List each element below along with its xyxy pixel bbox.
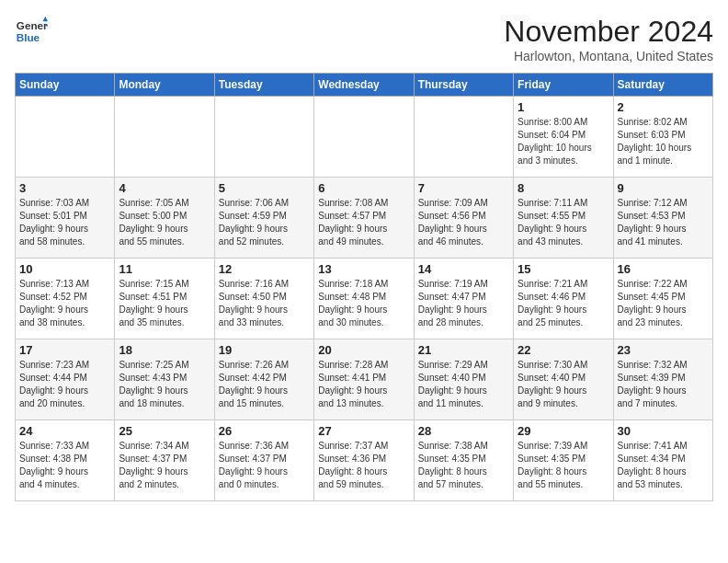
day-info: Sunrise: 7:09 AM Sunset: 4:56 PM Dayligh… xyxy=(418,197,509,248)
day-info: Sunrise: 7:18 AM Sunset: 4:48 PM Dayligh… xyxy=(318,278,409,329)
calendar-cell: 25Sunrise: 7:34 AM Sunset: 4:37 PM Dayli… xyxy=(115,420,214,501)
calendar-cell: 28Sunrise: 7:38 AM Sunset: 4:35 PM Dayli… xyxy=(414,420,513,501)
calendar-cell xyxy=(16,97,115,178)
calendar-cell: 24Sunrise: 7:33 AM Sunset: 4:38 PM Dayli… xyxy=(16,420,115,501)
day-number: 21 xyxy=(418,343,509,357)
calendar-cell: 29Sunrise: 7:39 AM Sunset: 4:35 PM Dayli… xyxy=(514,420,613,501)
calendar-week-row: 1Sunrise: 8:00 AM Sunset: 6:04 PM Daylig… xyxy=(16,97,713,178)
calendar-cell xyxy=(414,97,513,178)
day-number: 22 xyxy=(518,343,609,357)
calendar-table: SundayMondayTuesdayWednesdayThursdayFrid… xyxy=(15,73,713,501)
calendar-cell: 9Sunrise: 7:12 AM Sunset: 4:53 PM Daylig… xyxy=(613,178,712,259)
day-number: 14 xyxy=(418,262,509,276)
day-info: Sunrise: 7:36 AM Sunset: 4:37 PM Dayligh… xyxy=(219,440,310,491)
title-block: November 2024 Harlowton, Montana, United… xyxy=(504,15,713,63)
location: Harlowton, Montana, United States xyxy=(504,49,713,63)
day-number: 15 xyxy=(518,262,609,276)
calendar-cell: 15Sunrise: 7:21 AM Sunset: 4:46 PM Dayli… xyxy=(514,259,613,339)
day-number: 25 xyxy=(119,424,210,438)
day-info: Sunrise: 7:25 AM Sunset: 4:43 PM Dayligh… xyxy=(119,359,210,410)
day-number: 6 xyxy=(318,181,409,195)
calendar-cell: 2Sunrise: 8:02 AM Sunset: 6:03 PM Daylig… xyxy=(613,97,712,178)
day-info: Sunrise: 7:16 AM Sunset: 4:50 PM Dayligh… xyxy=(219,278,310,329)
day-info: Sunrise: 7:37 AM Sunset: 4:36 PM Dayligh… xyxy=(318,440,409,491)
calendar-week-row: 10Sunrise: 7:13 AM Sunset: 4:52 PM Dayli… xyxy=(16,259,713,339)
weekday-header: Thursday xyxy=(414,74,513,97)
calendar-cell: 17Sunrise: 7:23 AM Sunset: 4:44 PM Dayli… xyxy=(16,339,115,420)
calendar-cell: 7Sunrise: 7:09 AM Sunset: 4:56 PM Daylig… xyxy=(414,178,513,259)
svg-text:Blue: Blue xyxy=(17,31,40,43)
day-info: Sunrise: 8:00 AM Sunset: 6:04 PM Dayligh… xyxy=(518,116,609,167)
calendar-week-row: 3Sunrise: 7:03 AM Sunset: 5:01 PM Daylig… xyxy=(16,178,713,259)
day-info: Sunrise: 7:33 AM Sunset: 4:38 PM Dayligh… xyxy=(19,440,110,491)
calendar-cell: 1Sunrise: 8:00 AM Sunset: 6:04 PM Daylig… xyxy=(514,97,613,178)
weekday-header: Friday xyxy=(514,74,613,97)
day-number: 16 xyxy=(618,262,709,276)
day-number: 9 xyxy=(618,181,709,195)
day-number: 7 xyxy=(418,181,509,195)
calendar-cell xyxy=(115,97,214,178)
day-number: 19 xyxy=(219,343,310,357)
day-number: 12 xyxy=(219,262,310,276)
day-number: 1 xyxy=(518,100,609,114)
calendar-body: 1Sunrise: 8:00 AM Sunset: 6:04 PM Daylig… xyxy=(16,97,713,501)
day-info: Sunrise: 7:03 AM Sunset: 5:01 PM Dayligh… xyxy=(19,197,110,248)
day-number: 8 xyxy=(518,181,609,195)
calendar-header-row: SundayMondayTuesdayWednesdayThursdayFrid… xyxy=(16,74,713,97)
calendar-cell: 27Sunrise: 7:37 AM Sunset: 4:36 PM Dayli… xyxy=(314,420,414,501)
day-number: 13 xyxy=(318,262,409,276)
day-number: 2 xyxy=(618,100,709,114)
day-info: Sunrise: 7:06 AM Sunset: 4:59 PM Dayligh… xyxy=(219,197,310,248)
day-info: Sunrise: 7:34 AM Sunset: 4:37 PM Dayligh… xyxy=(119,440,210,491)
day-info: Sunrise: 7:19 AM Sunset: 4:47 PM Dayligh… xyxy=(418,278,509,329)
weekday-header: Tuesday xyxy=(214,74,313,97)
day-number: 29 xyxy=(518,424,609,438)
day-info: Sunrise: 8:02 AM Sunset: 6:03 PM Dayligh… xyxy=(618,116,709,167)
logo: General Blue xyxy=(15,15,48,48)
day-info: Sunrise: 7:28 AM Sunset: 4:41 PM Dayligh… xyxy=(318,359,409,410)
calendar-cell xyxy=(314,97,414,178)
calendar-cell: 23Sunrise: 7:32 AM Sunset: 4:39 PM Dayli… xyxy=(613,339,712,420)
day-info: Sunrise: 7:05 AM Sunset: 5:00 PM Dayligh… xyxy=(119,197,210,248)
day-number: 23 xyxy=(618,343,709,357)
day-number: 17 xyxy=(19,343,110,357)
day-number: 28 xyxy=(418,424,509,438)
calendar-cell: 8Sunrise: 7:11 AM Sunset: 4:55 PM Daylig… xyxy=(514,178,613,259)
day-info: Sunrise: 7:30 AM Sunset: 4:40 PM Dayligh… xyxy=(518,359,609,410)
weekday-header: Monday xyxy=(115,74,214,97)
day-info: Sunrise: 7:11 AM Sunset: 4:55 PM Dayligh… xyxy=(518,197,609,248)
calendar-cell: 30Sunrise: 7:41 AM Sunset: 4:34 PM Dayli… xyxy=(613,420,712,501)
day-info: Sunrise: 7:15 AM Sunset: 4:51 PM Dayligh… xyxy=(119,278,210,329)
calendar-cell: 16Sunrise: 7:22 AM Sunset: 4:45 PM Dayli… xyxy=(613,259,712,339)
day-number: 24 xyxy=(19,424,110,438)
day-number: 26 xyxy=(219,424,310,438)
calendar-cell: 3Sunrise: 7:03 AM Sunset: 5:01 PM Daylig… xyxy=(16,178,115,259)
calendar-cell: 5Sunrise: 7:06 AM Sunset: 4:59 PM Daylig… xyxy=(214,178,313,259)
calendar-cell: 22Sunrise: 7:30 AM Sunset: 4:40 PM Dayli… xyxy=(514,339,613,420)
weekday-header: Sunday xyxy=(16,74,115,97)
calendar-cell: 18Sunrise: 7:25 AM Sunset: 4:43 PM Dayli… xyxy=(115,339,214,420)
day-number: 10 xyxy=(19,262,110,276)
calendar-cell: 6Sunrise: 7:08 AM Sunset: 4:57 PM Daylig… xyxy=(314,178,414,259)
day-number: 27 xyxy=(318,424,409,438)
day-info: Sunrise: 7:13 AM Sunset: 4:52 PM Dayligh… xyxy=(19,278,110,329)
day-info: Sunrise: 7:21 AM Sunset: 4:46 PM Dayligh… xyxy=(518,278,609,329)
calendar-cell: 20Sunrise: 7:28 AM Sunset: 4:41 PM Dayli… xyxy=(314,339,414,420)
weekday-header: Saturday xyxy=(613,74,712,97)
weekday-header: Wednesday xyxy=(314,74,414,97)
calendar-cell: 11Sunrise: 7:15 AM Sunset: 4:51 PM Dayli… xyxy=(115,259,214,339)
month-title: November 2024 xyxy=(504,15,713,49)
day-number: 20 xyxy=(318,343,409,357)
logo-icon: General Blue xyxy=(15,15,48,48)
day-info: Sunrise: 7:32 AM Sunset: 4:39 PM Dayligh… xyxy=(618,359,709,410)
calendar-week-row: 24Sunrise: 7:33 AM Sunset: 4:38 PM Dayli… xyxy=(16,420,713,501)
day-info: Sunrise: 7:12 AM Sunset: 4:53 PM Dayligh… xyxy=(618,197,709,248)
day-number: 18 xyxy=(119,343,210,357)
day-info: Sunrise: 7:08 AM Sunset: 4:57 PM Dayligh… xyxy=(318,197,409,248)
calendar-cell: 26Sunrise: 7:36 AM Sunset: 4:37 PM Dayli… xyxy=(214,420,313,501)
calendar-cell: 12Sunrise: 7:16 AM Sunset: 4:50 PM Dayli… xyxy=(214,259,313,339)
day-info: Sunrise: 7:22 AM Sunset: 4:45 PM Dayligh… xyxy=(618,278,709,329)
day-info: Sunrise: 7:38 AM Sunset: 4:35 PM Dayligh… xyxy=(418,440,509,491)
calendar-cell xyxy=(214,97,313,178)
calendar-cell: 13Sunrise: 7:18 AM Sunset: 4:48 PM Dayli… xyxy=(314,259,414,339)
